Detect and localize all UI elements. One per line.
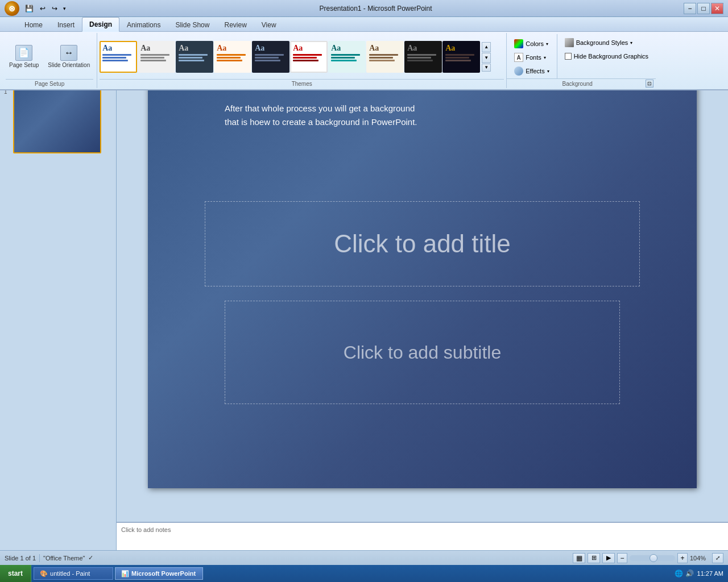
cfe-subgroup: Colors ▾ A Fonts ▾ Effects ▾ — [507, 34, 557, 78]
page-setup-btn[interactable]: 📄 Page Setup — [6, 43, 42, 71]
paint-icon: 🎨 — [40, 570, 48, 577]
zoom-slider[interactable] — [630, 555, 675, 561]
fit-window-btn[interactable]: ⤢ — [712, 553, 723, 563]
slide-intro-text: After that whole process you will get a … — [225, 102, 520, 129]
notes-area[interactable]: Click to add notes — [117, 522, 728, 550]
tab-design[interactable]: Design — [82, 17, 119, 32]
tab-insert[interactable]: Insert — [50, 18, 82, 32]
close-btn[interactable]: ✕ — [711, 3, 723, 14]
theme-thumb-9[interactable]: Aa — [404, 41, 442, 73]
tab-home[interactable]: Home — [17, 18, 50, 32]
tab-review[interactable]: Review — [217, 18, 254, 32]
quick-access-toolbar: 💾 ↩ ↪ ▾ — [23, 3, 68, 14]
sys-tray: 🌐 🔊 — [675, 569, 694, 577]
qa-dropdown-btn[interactable]: ▾ — [61, 4, 68, 13]
title-text: Presentation1 - Microsoft PowerPoint — [68, 5, 684, 13]
slide-orientation-label: Slide Orientation — [48, 62, 90, 69]
intro-line-2: that is hoew to create a background in P… — [225, 115, 520, 129]
theme-aa-1: Aa — [102, 44, 134, 53]
tab-animations[interactable]: Animations — [119, 18, 168, 32]
fonts-icon: A — [514, 53, 523, 62]
themes-group-label: Themes — [100, 79, 504, 87]
colors-dropdown-arrow: ▾ — [546, 41, 548, 47]
volume-icon: 🔊 — [685, 569, 694, 577]
taskbar-item-powerpoint[interactable]: 📊 Microsoft PowerPoint — [115, 567, 203, 580]
bg-styles-label: Background Styles — [576, 39, 628, 46]
page-setup-group: 📄 Page Setup ↔ Slide Orientation Page Se… — [2, 33, 97, 88]
view-slidesorter-btn[interactable]: ⊞ — [588, 553, 600, 563]
effects-dropdown-arrow: ▾ — [547, 69, 549, 74]
theme-thumb-7[interactable]: Aa — [328, 41, 366, 73]
hide-bg-checkbox[interactable] — [565, 53, 572, 60]
slide-canvas[interactable]: After that whole process you will get a … — [148, 79, 697, 488]
theme-thumb-10[interactable]: Aa — [442, 41, 480, 73]
notes-placeholder-text: Click to add notes — [121, 526, 171, 533]
status-slide-info: Slide 1 of 1 — [5, 555, 36, 562]
undo-quick-btn[interactable]: ↩ — [38, 3, 48, 14]
title-placeholder-text: Click to add title — [334, 230, 511, 258]
subtitle-placeholder[interactable]: Click to add subtitle — [225, 301, 620, 404]
status-right: ▦ ⊞ ▶ − + 104% ⤢ — [573, 553, 723, 563]
theme-thumb-3[interactable]: Aa — [176, 41, 213, 73]
hide-bg-btn[interactable]: Hide Background Graphics — [562, 51, 651, 61]
fonts-btn[interactable]: A Fonts ▾ — [511, 51, 552, 64]
colors-label: Colors — [526, 40, 544, 47]
office-logo: ⊛ — [9, 4, 15, 13]
ppt-icon: 📊 — [121, 570, 129, 577]
start-button[interactable]: start — [0, 565, 31, 582]
bg-styles-icon — [565, 38, 574, 47]
taskbar-right: 🌐 🔊 11:27 AM — [670, 569, 728, 577]
themes-scroll-more[interactable]: ▼ — [482, 64, 491, 72]
page-setup-group-label: Page Setup — [6, 79, 93, 87]
status-bar: Slide 1 of 1 "Office Theme" ✓ ▦ ⊞ ▶ − + … — [0, 550, 728, 565]
zoom-plus-btn[interactable]: + — [677, 553, 688, 563]
view-normal-btn[interactable]: ▦ — [573, 553, 585, 563]
themes-scroll-up[interactable]: ▲ — [482, 42, 491, 52]
theme-aa-8: Aa — [369, 44, 401, 53]
colors-icon — [514, 39, 523, 48]
theme-aa-3: Aa — [179, 44, 210, 53]
status-theme-name: "Office Theme" — [43, 555, 85, 562]
theme-thumb-2[interactable]: Aa — [138, 41, 175, 73]
subtitle-placeholder-text: Click to add subtitle — [344, 342, 501, 363]
tab-slideshow[interactable]: Slide Show — [168, 18, 217, 32]
bg-styles-subgroup: Background Styles ▾ Hide Background Grap… — [557, 34, 656, 78]
colors-btn[interactable]: Colors ▾ — [511, 38, 552, 50]
theme-aa-10: Aa — [445, 44, 477, 53]
theme-aa-9: Aa — [407, 44, 439, 53]
window-controls: − □ ✕ — [684, 3, 723, 14]
theme-thumb-4[interactable]: Aa — [214, 41, 251, 73]
title-placeholder[interactable]: Click to add title — [205, 201, 640, 286]
office-button[interactable]: ⊛ — [5, 1, 19, 16]
fonts-label: Fonts — [526, 54, 541, 61]
slide-orientation-btn[interactable]: ↔ Slide Orientation — [44, 43, 93, 71]
slide-scroll-area[interactable]: After that whole process you will get a … — [117, 71, 728, 522]
taskbar: start 🎨 untitled - Paint 📊 Microsoft Pow… — [0, 565, 728, 582]
theme-thumb-6[interactable]: Aa — [290, 41, 328, 73]
themes-scroll-controls: ▲ ▼ ▼ — [482, 42, 491, 72]
slide-item-1[interactable]: 1 — [2, 86, 114, 155]
view-slideshow-btn[interactable]: ▶ — [602, 553, 615, 563]
taskbar-items: 🎨 untitled - Paint 📊 Microsoft PowerPoin… — [31, 566, 670, 581]
theme-thumb-5[interactable]: Aa — [252, 41, 289, 73]
save-quick-btn[interactable]: 💾 — [23, 3, 36, 14]
fonts-dropdown-arrow: ▾ — [544, 55, 546, 60]
theme-thumb-8[interactable]: Aa — [366, 41, 404, 73]
effects-btn[interactable]: Effects ▾ — [511, 65, 552, 77]
zoom-minus-btn[interactable]: − — [617, 553, 627, 563]
maximize-btn[interactable]: □ — [697, 3, 710, 14]
redo-quick-btn[interactable]: ↪ — [49, 3, 60, 14]
slide-list: 1 — [0, 84, 116, 550]
background-group-label: Background — [509, 81, 646, 87]
ribbon-tab-row: Home Insert Design Animations Slide Show… — [0, 17, 728, 32]
main-canvas-area: After that whole process you will get a … — [117, 71, 728, 550]
minimize-btn[interactable]: − — [684, 3, 696, 14]
clock: 11:27 AM — [697, 570, 723, 577]
tab-view[interactable]: View — [254, 18, 284, 32]
taskbar-item-paint[interactable]: 🎨 untitled - Paint — [34, 567, 113, 580]
slide-thumb-1[interactable] — [13, 88, 101, 153]
background-dialog-btn[interactable]: ⊡ — [646, 80, 653, 88]
theme-thumb-1[interactable]: Aa — [100, 41, 137, 73]
bg-styles-btn[interactable]: Background Styles ▾ — [562, 36, 651, 49]
themes-scroll-down[interactable]: ▼ — [482, 53, 491, 63]
